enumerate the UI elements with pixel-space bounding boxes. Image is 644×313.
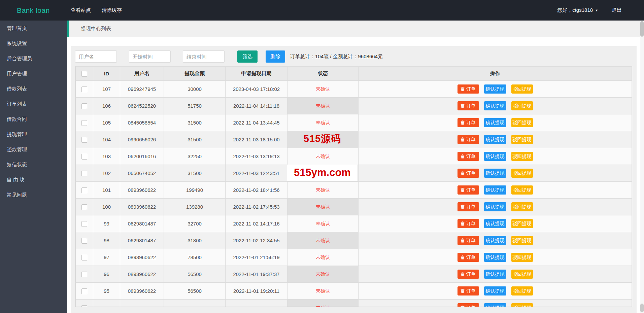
confirm-withdraw-button[interactable]: 确认提现	[484, 303, 506, 307]
row-checkbox[interactable]	[81, 221, 87, 227]
row-amount: 51750	[164, 98, 226, 114]
order-button[interactable]: 订单	[457, 84, 479, 94]
sidebar-item-5[interactable]: 订单列表	[0, 96, 67, 111]
scrollbar-thumb-bottom[interactable]	[640, 304, 644, 312]
order-button[interactable]: 订单	[457, 286, 479, 295]
sidebar-item-11[interactable]: 常见问题	[0, 187, 67, 202]
reject-withdraw-button[interactable]: 驳回提现	[511, 118, 533, 127]
row-amount: 31500	[164, 114, 226, 131]
delete-button[interactable]: 删除	[266, 50, 285, 63]
end-time-input[interactable]	[183, 50, 225, 63]
reject-withdraw-button[interactable]: 驳回提现	[511, 202, 533, 211]
order-button[interactable]: 订单	[457, 135, 479, 144]
vertical-scrollbar[interactable]	[640, 21, 644, 313]
row-checkbox[interactable]	[81, 137, 87, 143]
row-actions-cell: 订单确认提现驳回提现	[359, 266, 632, 283]
reject-withdraw-button[interactable]: 驳回提现	[511, 219, 533, 228]
reject-withdraw-button[interactable]: 驳回提现	[511, 286, 533, 295]
nav-clear-cache[interactable]: 清除缓存	[102, 7, 122, 13]
row-amount: 31500	[164, 131, 226, 148]
confirm-withdraw-button[interactable]: 确认提现	[484, 135, 506, 144]
start-time-input[interactable]	[129, 50, 171, 63]
reject-withdraw-button-label: 驳回提现	[513, 271, 532, 277]
row-id: 97	[93, 249, 120, 266]
sidebar-item-8[interactable]: 还款管理	[0, 142, 67, 157]
row-checkbox-cell	[76, 114, 93, 131]
confirm-withdraw-button[interactable]: 确认提现	[484, 236, 506, 245]
trash-icon	[461, 87, 465, 91]
reject-withdraw-button[interactable]: 驳回提现	[511, 152, 533, 161]
row-checkbox[interactable]	[81, 255, 87, 260]
row-amount: 30000	[164, 81, 226, 98]
order-button[interactable]: 订单	[457, 303, 479, 307]
reject-withdraw-button[interactable]: 驳回提现	[511, 169, 533, 178]
logout-button[interactable]: 退出	[612, 7, 622, 13]
order-button[interactable]: 订单	[457, 169, 479, 178]
sidebar-item-7[interactable]: 提现管理	[0, 127, 67, 142]
order-button[interactable]: 订单	[457, 253, 479, 262]
row-checkbox[interactable]	[81, 120, 87, 126]
row-date: 2022-11-02 18:41:56	[226, 182, 287, 199]
user-dropdown[interactable]: 您好，ctgs1818 ▼	[557, 7, 598, 13]
sidebar-item-1[interactable]: 系统设置	[0, 36, 67, 51]
confirm-withdraw-button[interactable]: 确认提现	[484, 270, 506, 279]
brand-logo[interactable]: Bank loan	[17, 6, 50, 14]
confirm-withdraw-button[interactable]: 确认提现	[484, 202, 506, 211]
row-actions-cell: 订单确认提现驳回提现	[359, 182, 632, 199]
confirm-withdraw-button[interactable]: 确认提现	[484, 101, 506, 110]
reject-withdraw-button[interactable]: 驳回提现	[511, 84, 533, 94]
confirm-withdraw-button-label: 确认提现	[486, 187, 505, 193]
order-button[interactable]: 订单	[457, 202, 479, 211]
confirm-withdraw-button[interactable]: 确认提现	[484, 118, 506, 127]
confirm-withdraw-button[interactable]: 确认提现	[484, 253, 506, 262]
reject-withdraw-button[interactable]: 驳回提现	[511, 101, 533, 110]
order-button[interactable]: 订单	[457, 152, 479, 161]
sidebar-item-4[interactable]: 借款列表	[0, 81, 67, 96]
row-checkbox[interactable]	[81, 187, 87, 193]
row-checkbox[interactable]	[81, 154, 87, 160]
row-amount: 31800	[164, 232, 226, 249]
reject-withdraw-button[interactable]: 驳回提现	[511, 135, 533, 144]
filter-button[interactable]: 筛选	[237, 50, 258, 63]
status-badge: 未确认	[316, 221, 330, 226]
username-filter-input[interactable]	[75, 50, 117, 63]
row-checkbox[interactable]	[81, 272, 87, 277]
sidebar-item-9[interactable]: 短信状态	[0, 157, 67, 172]
sidebar-item-0[interactable]: 管理首页	[0, 21, 67, 36]
order-button[interactable]: 订单	[457, 270, 479, 279]
confirm-withdraw-button[interactable]: 确认提现	[484, 84, 506, 94]
reject-withdraw-button[interactable]: 驳回提现	[511, 185, 533, 195]
nav-view-site[interactable]: 查看站点	[71, 7, 91, 13]
order-button[interactable]: 订单	[457, 101, 479, 110]
order-button[interactable]: 订单	[457, 236, 479, 245]
select-all-checkbox[interactable]	[81, 71, 87, 77]
confirm-withdraw-button[interactable]: 确认提现	[484, 152, 506, 161]
sidebar-item-10[interactable]: 自 由 块	[0, 172, 67, 187]
row-id: 99	[93, 215, 120, 232]
confirm-withdraw-button[interactable]: 确认提现	[484, 286, 506, 295]
confirm-withdraw-button-label: 确认提现	[486, 153, 505, 160]
scrollbar-thumb[interactable]	[640, 21, 644, 37]
order-button[interactable]: 订单	[457, 219, 479, 228]
row-checkbox[interactable]	[81, 238, 87, 244]
confirm-withdraw-button[interactable]: 确认提现	[484, 169, 506, 178]
navbar-right: 您好，ctgs1818 ▼ 退出	[557, 7, 622, 13]
order-button[interactable]: 订单	[457, 118, 479, 127]
row-checkbox[interactable]	[81, 103, 87, 109]
reject-withdraw-button[interactable]: 驳回提现	[511, 236, 533, 245]
row-checkbox[interactable]	[81, 204, 87, 210]
reject-withdraw-button[interactable]: 驳回提现	[511, 253, 533, 262]
sidebar-item-6[interactable]: 借款合同	[0, 111, 67, 127]
confirm-withdraw-button[interactable]: 确认提现	[484, 185, 506, 195]
reject-withdraw-button[interactable]: 驳回提现	[511, 303, 533, 307]
order-button[interactable]: 订单	[457, 185, 479, 195]
sidebar-item-2[interactable]: 后台管理员	[0, 51, 67, 66]
confirm-withdraw-button[interactable]: 确认提现	[484, 219, 506, 228]
row-checkbox[interactable]	[81, 305, 87, 307]
row-checkbox[interactable]	[81, 288, 87, 294]
reject-withdraw-button[interactable]: 驳回提现	[511, 270, 533, 279]
row-username: 0629801487	[120, 215, 164, 232]
row-checkbox[interactable]	[81, 171, 87, 176]
row-checkbox[interactable]	[81, 86, 87, 92]
sidebar-item-3[interactable]: 用户管理	[0, 66, 67, 81]
